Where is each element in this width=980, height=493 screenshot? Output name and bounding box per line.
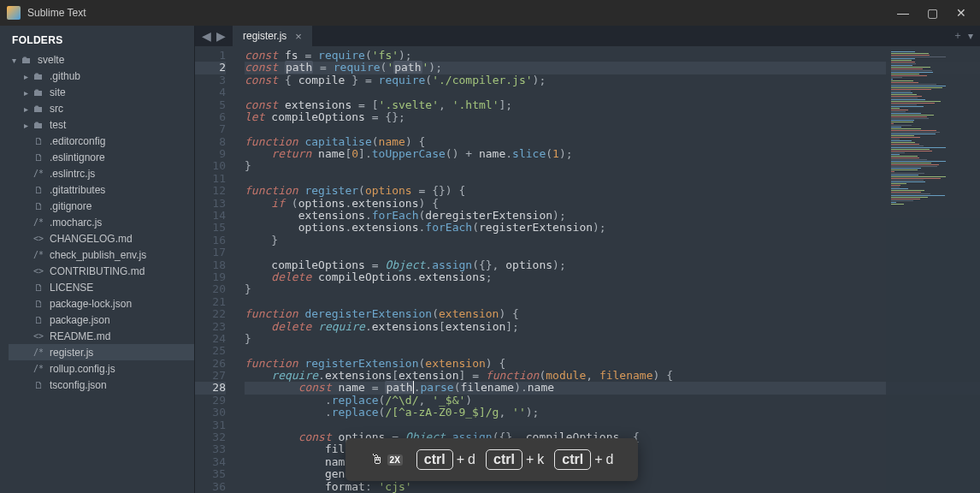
line-number[interactable]: 13 bbox=[195, 198, 226, 210]
tab-register[interactable]: register.js × bbox=[233, 26, 312, 46]
line-number[interactable]: 33 bbox=[195, 443, 226, 455]
code-line[interactable]: return name[0].toUpperCase() + name.slic… bbox=[245, 148, 980, 160]
line-number[interactable]: 5 bbox=[195, 99, 226, 111]
tree-file-check_publish_env.js[interactable]: check_publish_env.js bbox=[9, 246, 194, 263]
tree-file-.eslintrc.js[interactable]: .eslintrc.js bbox=[9, 165, 194, 181]
line-number[interactable]: 16 bbox=[195, 235, 226, 246]
line-number[interactable]: 26 bbox=[195, 358, 226, 370]
tree-file-.editorconfig[interactable]: .editorconfig bbox=[9, 133, 194, 149]
code-line[interactable]: function registerExtension(extension) { bbox=[245, 358, 980, 370]
line-number[interactable]: 3 bbox=[195, 74, 226, 86]
code-line[interactable]: const fs = require('fs'); bbox=[245, 50, 980, 62]
code-line[interactable] bbox=[245, 123, 980, 135]
tree-file-rollup.config.js[interactable]: rollup.config.js bbox=[9, 360, 194, 377]
code-line[interactable]: compileOptions = Object.assign({}, optio… bbox=[245, 259, 980, 271]
tab-overflow-button[interactable]: ▾ bbox=[968, 30, 973, 42]
line-number[interactable]: 1 bbox=[195, 50, 226, 62]
line-number[interactable]: 9 bbox=[195, 148, 226, 160]
line-number[interactable]: 8 bbox=[195, 136, 226, 148]
tree-file-register.js[interactable]: register.js bbox=[9, 344, 194, 360]
line-number[interactable]: 32 bbox=[195, 431, 226, 443]
line-number[interactable]: 6 bbox=[195, 111, 226, 123]
line-number[interactable]: 20 bbox=[195, 283, 226, 295]
line-number[interactable]: 2 bbox=[195, 62, 226, 74]
line-number[interactable]: 18 bbox=[195, 259, 226, 271]
tree-file-package.json[interactable]: package.json bbox=[9, 312, 194, 328]
editor-body[interactable]: 1234567891011121314151617181920212223242… bbox=[195, 46, 980, 493]
tree-folder-src[interactable]: src bbox=[9, 100, 194, 116]
code-line[interactable]: const { compile } = require('./compiler.… bbox=[245, 74, 980, 86]
code-line[interactable]: if (options.extensions) { bbox=[245, 198, 980, 210]
line-number[interactable]: 15 bbox=[195, 222, 226, 234]
code-line[interactable] bbox=[245, 246, 980, 258]
tree-file-CHANGELOG.md[interactable]: CHANGELOG.md bbox=[9, 230, 194, 246]
line-number[interactable]: 34 bbox=[195, 456, 226, 468]
code-line[interactable] bbox=[245, 86, 980, 98]
code-view[interactable]: const fs = require('fs');const path = re… bbox=[233, 46, 980, 493]
line-number[interactable]: 31 bbox=[195, 419, 226, 431]
line-number[interactable]: 29 bbox=[195, 395, 226, 407]
gutter[interactable]: 1234567891011121314151617181920212223242… bbox=[195, 46, 233, 493]
tree-file-.mocharc.js[interactable]: .mocharc.js bbox=[9, 214, 194, 230]
line-number[interactable]: 10 bbox=[195, 160, 226, 172]
line-number[interactable]: 23 bbox=[195, 321, 226, 333]
nav-back-button[interactable]: ◀ bbox=[202, 29, 211, 43]
tree-file-.eslintignore[interactable]: .eslintignore bbox=[9, 149, 194, 165]
close-button[interactable]: ✕ bbox=[956, 8, 966, 18]
code-line[interactable]: format: 'cjs' bbox=[245, 481, 980, 493]
line-number[interactable]: 11 bbox=[195, 173, 226, 185]
tree-folder-test[interactable]: test bbox=[9, 116, 194, 133]
line-number[interactable]: 27 bbox=[195, 370, 226, 382]
code-line[interactable]: const name = path.parse(filename).name bbox=[245, 382, 980, 394]
tree-file-README.md[interactable]: README.md bbox=[9, 328, 194, 344]
code-line[interactable]: } bbox=[245, 283, 980, 295]
line-number[interactable]: 25 bbox=[195, 345, 226, 357]
code-line[interactable]: } bbox=[245, 235, 980, 246]
tree-file-LICENSE[interactable]: LICENSE bbox=[9, 279, 194, 295]
code-line[interactable]: let compileOptions = {}; bbox=[245, 111, 980, 123]
code-line[interactable]: } bbox=[245, 333, 980, 345]
line-number[interactable]: 19 bbox=[195, 271, 226, 283]
tree-folder-.github[interactable]: .github bbox=[9, 68, 194, 84]
line-number[interactable]: 14 bbox=[195, 210, 226, 222]
code-line[interactable]: delete compileOptions.extensions; bbox=[245, 271, 980, 283]
line-number[interactable]: 7 bbox=[195, 123, 226, 135]
line-number[interactable]: 4 bbox=[195, 86, 226, 98]
line-number[interactable]: 30 bbox=[195, 407, 226, 419]
nav-forward-button[interactable]: ▶ bbox=[216, 29, 226, 43]
code-line[interactable]: delete require.extensions[extension]; bbox=[245, 321, 980, 333]
tree-folder-site[interactable]: site bbox=[9, 84, 194, 100]
code-line[interactable]: .replace(/[^a-zA-Z0-9_$]/g, ''); bbox=[245, 407, 980, 419]
code-line[interactable]: } bbox=[245, 160, 980, 172]
code-line[interactable]: require.extensions[extension] = function… bbox=[245, 370, 980, 382]
line-number[interactable]: 36 bbox=[195, 481, 226, 493]
code-line[interactable] bbox=[245, 419, 980, 431]
new-tab-button[interactable]: ＋ bbox=[953, 28, 963, 43]
code-line[interactable] bbox=[245, 296, 980, 308]
line-number[interactable]: 24 bbox=[195, 333, 226, 345]
tree-file-.gitattributes[interactable]: .gitattributes bbox=[9, 181, 194, 198]
tree-file-package-lock.json[interactable]: package-lock.json bbox=[9, 295, 194, 312]
code-line[interactable]: function capitalise(name) { bbox=[245, 136, 980, 148]
code-line[interactable]: .replace(/^\d/, '_$&') bbox=[245, 395, 980, 407]
code-line[interactable]: function register(options = {}) { bbox=[245, 185, 980, 197]
line-number[interactable]: 22 bbox=[195, 308, 226, 320]
tree-file-CONTRIBUTING.md[interactable]: CONTRIBUTING.md bbox=[9, 263, 194, 279]
code-line[interactable]: function deregisterExtension(extension) … bbox=[245, 308, 980, 320]
folder-tree[interactable]: svelte.githubsitesrctest.editorconfig.es… bbox=[0, 51, 194, 493]
tree-folder-svelte[interactable]: svelte bbox=[9, 51, 194, 68]
line-number[interactable]: 17 bbox=[195, 246, 226, 258]
maximize-button[interactable]: ▢ bbox=[927, 8, 937, 18]
tree-file-.gitignore[interactable]: .gitignore bbox=[9, 198, 194, 214]
code-line[interactable]: extensions.forEach(deregisterExtension); bbox=[245, 210, 980, 222]
code-line[interactable] bbox=[245, 173, 980, 185]
tree-file-tsconfig.json[interactable]: tsconfig.json bbox=[9, 377, 194, 393]
code-line[interactable]: const path = require('path'); bbox=[245, 62, 980, 74]
code-line[interactable] bbox=[245, 345, 980, 357]
line-number[interactable]: 21 bbox=[195, 296, 226, 308]
code-line[interactable]: const extensions = ['.svelte', '.html']; bbox=[245, 99, 980, 111]
line-number[interactable]: 12 bbox=[195, 185, 226, 197]
tab-close-icon[interactable]: × bbox=[295, 30, 302, 43]
minimize-button[interactable]: — bbox=[898, 8, 908, 18]
code-line[interactable]: options.extensions.forEach(registerExten… bbox=[245, 222, 980, 234]
